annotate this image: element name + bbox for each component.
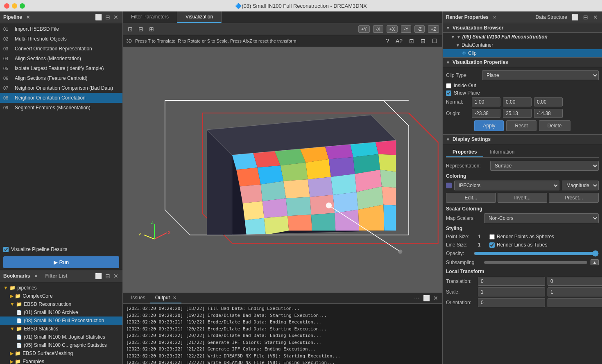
rp-float-btn[interactable]: ⬜	[570, 13, 579, 21]
tree-item[interactable]: 📄 (05) Small IN100 C...graphic Statistic…	[0, 341, 122, 349]
pipeline-item-06[interactable]: 06Align Sections (Feature Centroid)	[0, 73, 122, 83]
pipeline-close-btn[interactable]: ✕	[113, 13, 119, 21]
pipeline-item-08[interactable]: 08Neighbor Orientation Correlation	[0, 93, 122, 103]
origin-z-input[interactable]	[534, 109, 563, 118]
tree-item[interactable]: 📄 (01) Small IN100 M...logical Statistic…	[0, 333, 122, 341]
translation-x[interactable]	[478, 277, 545, 286]
axis-py-btn[interactable]: +Y	[358, 25, 370, 33]
normal-x-input[interactable]	[472, 97, 500, 106]
run-button[interactable]: ▶ Run	[3, 256, 119, 268]
opacity-slider[interactable]	[474, 250, 599, 257]
vb-clip-row[interactable]: 👁 Clip	[443, 49, 602, 57]
map-scalars-select[interactable]: Non-Colors	[484, 213, 599, 223]
apply-button[interactable]: Apply	[474, 120, 504, 131]
fit-view-btn[interactable]: ⊟	[137, 25, 145, 33]
origin-y-input[interactable]	[503, 109, 532, 118]
3d-viewport[interactable]: X Z Y	[123, 47, 442, 292]
vb-reconstruction-row[interactable]: ▼ ▼ (08) Small IN100 Full Reconstruction	[443, 33, 602, 41]
clip-type-select[interactable]: Plane	[482, 70, 599, 80]
tab-filter-parameters[interactable]: Filter Parameters	[123, 11, 177, 23]
show-plane-checkbox[interactable]	[446, 90, 451, 96]
pipeline-item-07[interactable]: 07Neighbor Orientation Comparison (Bad D…	[0, 83, 122, 93]
magnitude-select[interactable]: Magnitude	[562, 181, 599, 190]
subsampling-bar[interactable]	[484, 261, 587, 264]
tree-item[interactable]: ▶ 📁 EBSD SurfaceMeshing	[0, 349, 122, 357]
invert-button[interactable]: Invert...	[498, 193, 548, 203]
normal-z-input[interactable]	[534, 97, 563, 106]
render-props-close-tab[interactable]: ✕	[493, 15, 496, 20]
axis-nx-btn[interactable]: -X	[373, 25, 383, 33]
snap-btn[interactable]: ⊞	[147, 25, 156, 33]
output-close-btn[interactable]: ✕	[432, 294, 439, 302]
bookmarks-tab-label[interactable]: Bookmarks	[3, 273, 30, 279]
axis-px-btn[interactable]: +X	[387, 25, 398, 33]
expand-btn[interactable]: ☐	[430, 37, 439, 45]
pipeline-float-btn[interactable]: ⬜	[94, 13, 103, 21]
minimize-button[interactable]	[12, 3, 17, 9]
scale-y[interactable]	[548, 287, 602, 296]
bookmarks-dock-btn[interactable]: ⊟	[104, 272, 111, 280]
pipeline-item-03[interactable]: 03Convert Orientation Representation	[0, 44, 122, 54]
pipeline-item-05[interactable]: 05Isolate Largest Feature (Identify Samp…	[0, 63, 122, 73]
help-btn[interactable]: ?	[384, 37, 391, 45]
output-tab[interactable]: Output ✕	[150, 293, 181, 303]
ds-tab-properties[interactable]: Properties	[446, 147, 483, 157]
display-settings-chevron[interactable]: ▼	[446, 137, 450, 142]
pipeline-tab-label[interactable]: Pipeline	[3, 14, 22, 20]
render-lines-checkbox[interactable]	[489, 242, 495, 248]
representation-select[interactable]: Surface	[490, 161, 599, 171]
translation-y[interactable]	[548, 277, 602, 286]
camera-link-btn[interactable]: ⊟	[419, 37, 427, 45]
rp-close-btn[interactable]: ✕	[592, 13, 599, 21]
ds-tab-information[interactable]: Information	[483, 147, 521, 157]
output-float-btn[interactable]: ⬜	[422, 294, 431, 302]
normal-y-input[interactable]	[503, 97, 532, 106]
reset-button[interactable]: Reset	[506, 120, 536, 131]
output-tab-close[interactable]: ✕	[173, 295, 177, 300]
visualize-checkbox[interactable]	[3, 247, 9, 252]
pipeline-close[interactable]: ✕	[26, 15, 30, 20]
tree-item[interactable]: ▼ 📁 pipelines	[0, 284, 122, 292]
tab-visualization[interactable]: Visualization	[177, 11, 222, 23]
bookmarks-close-tab[interactable]: ✕	[34, 274, 38, 279]
axis-nz-btn[interactable]: -Z	[414, 25, 424, 33]
vb-datacontainer-row[interactable]: ▼ DataContainer	[443, 41, 602, 49]
pipeline-item-01[interactable]: 01Import H5EBSD File	[0, 24, 122, 34]
tree-item[interactable]: ▶ 📁 ComplexCore	[0, 292, 122, 300]
tree-item[interactable]: ▼ 📁 EBSD Statistics	[0, 325, 122, 333]
inside-out-checkbox[interactable]	[446, 83, 451, 88]
reset-camera-btn[interactable]: ⊡	[126, 25, 134, 33]
data-structure-label[interactable]: Data Structure	[536, 14, 567, 20]
axis-pz-btn[interactable]: +Z	[428, 25, 439, 33]
orientation-btn[interactable]: A?	[394, 37, 404, 45]
rp-dock-btn[interactable]: ⊟	[582, 13, 589, 21]
close-button[interactable]	[4, 3, 9, 9]
preset-button[interactable]: Preset...	[549, 193, 599, 203]
tree-item[interactable]: 📄 (08) Small IN100 Full Reconstruction	[0, 317, 122, 325]
viz-browser-chevron[interactable]: ▼	[446, 26, 450, 30]
axis-ny-btn[interactable]: -Y	[401, 25, 411, 33]
viz-props-chevron[interactable]: ▼	[446, 60, 450, 65]
bookmarks-float-btn[interactable]: ⬜	[94, 272, 103, 280]
pipeline-item-09[interactable]: 09Segment Features (Misorientation)	[0, 103, 122, 113]
tree-item[interactable]: ▼ 📁 EBSD Reconstruction	[0, 300, 122, 308]
scale-x[interactable]	[478, 287, 545, 296]
pipeline-item-04[interactable]: 04Align Sections (Misorientation)	[0, 54, 122, 63]
issues-tab[interactable]: Issues	[126, 293, 150, 303]
tree-item[interactable]: 📄 (01) Small IN100 Archive	[0, 308, 122, 317]
orientation-x[interactable]	[478, 298, 545, 307]
pipeline-item-02[interactable]: 02Multi-Threshold Objects	[0, 34, 122, 44]
bookmarks-close-btn[interactable]: ✕	[113, 272, 119, 280]
orientation-y[interactable]	[548, 298, 602, 307]
output-options-btn[interactable]: ⋯	[413, 294, 421, 302]
render-points-checkbox[interactable]	[489, 234, 495, 240]
maximize-button[interactable]	[20, 3, 25, 9]
edit-button[interactable]: Edit...	[446, 193, 496, 203]
pipeline-dock-btn[interactable]: ⊟	[104, 13, 111, 21]
coloring-select[interactable]: IPFColors	[454, 181, 559, 190]
origin-x-input[interactable]	[472, 109, 500, 118]
subsampling-scroll-up[interactable]: ▲	[591, 259, 599, 265]
grid-btn[interactable]: ⊡	[407, 37, 416, 45]
filter-list-label[interactable]: Filter List	[45, 273, 67, 279]
delete-button[interactable]: Delete	[539, 120, 570, 131]
